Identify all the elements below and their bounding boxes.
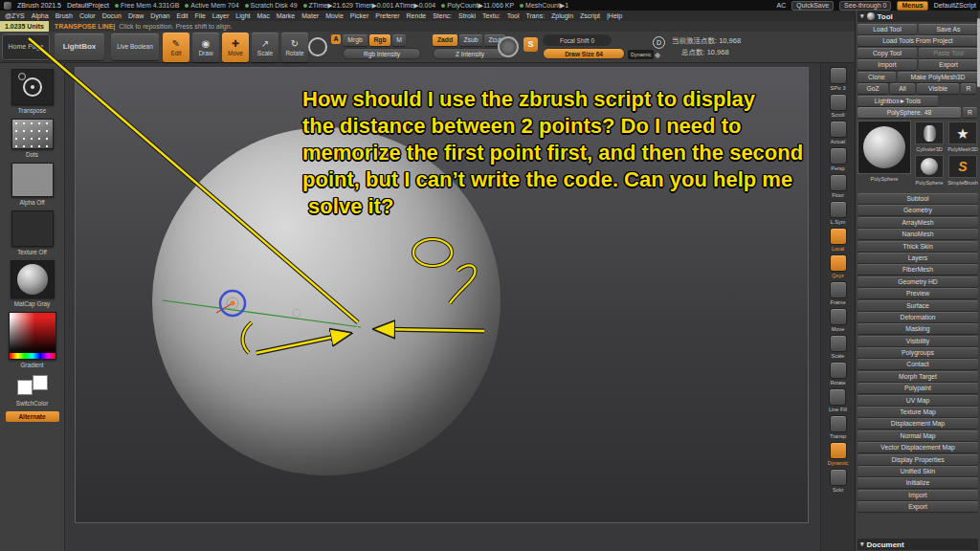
menu-item[interactable]: Trans: <box>526 12 546 19</box>
stroke-dots-thumbnail[interactable] <box>11 119 54 149</box>
goz-button[interactable]: GoZ <box>858 83 888 94</box>
shelf-toggle-icon[interactable] <box>830 469 847 486</box>
goz-visible-button[interactable]: Visible <box>917 83 959 94</box>
subpalette-header[interactable]: Initialize <box>858 477 978 488</box>
lightbox-tools-button[interactable]: Lightbox►Tools <box>858 96 938 106</box>
color-picker[interactable] <box>9 312 56 360</box>
copy-tool-button[interactable]: Copy Tool <box>858 48 917 58</box>
shelf-toggle-icon[interactable] <box>830 147 847 165</box>
menu-item[interactable]: Zplugin <box>551 12 573 19</box>
collapse-chevron-icon[interactable]: ▾ <box>860 540 864 548</box>
menu-item[interactable]: Movie <box>325 12 344 19</box>
hue-strip[interactable] <box>10 353 56 359</box>
menu-item[interactable]: Textu: <box>482 12 501 19</box>
shelf-toggle-icon[interactable] <box>830 308 847 325</box>
subpalette-header[interactable]: Polygroups <box>858 347 978 358</box>
shelf-toggle[interactable]: Frame <box>830 281 847 305</box>
dynamic-subdiv-icon[interactable]: D <box>653 36 665 49</box>
menu-item[interactable]: Brush <box>56 12 73 19</box>
primary-color-swatch[interactable] <box>17 380 33 395</box>
subpalette-header[interactable]: Vector Displacement Map <box>858 442 978 452</box>
shelf-toggle[interactable]: Actual <box>830 121 847 144</box>
shelf-toggle-icon[interactable] <box>830 94 847 111</box>
document-palette-header[interactable]: ▾ Document <box>858 539 978 550</box>
menu-item[interactable]: |Help <box>607 12 622 19</box>
subpalette-header[interactable]: Thick Skin <box>858 241 978 252</box>
menu-item[interactable]: Mater <box>301 12 319 19</box>
transpose-brush-thumbnail[interactable] <box>11 69 54 105</box>
secondary-color-swatch[interactable] <box>33 375 48 390</box>
collapse-chevron-icon[interactable]: ▾ <box>860 12 864 20</box>
menu-item[interactable]: Picker <box>350 12 368 19</box>
shelf-toggle-icon[interactable] <box>830 415 847 432</box>
tool-slot-cylinder3d[interactable] <box>915 121 944 144</box>
zsub-button[interactable]: Zsub <box>459 34 482 46</box>
shelf-toggle-icon[interactable] <box>830 281 847 298</box>
shelf-toggle[interactable]: Local <box>830 228 847 252</box>
menu-item[interactable]: Docun <box>102 12 122 19</box>
subpalette-header[interactable]: Normal Map <box>858 430 978 441</box>
shelf-toggle-icon[interactable] <box>829 388 846 406</box>
shelf-toggle[interactable]: Transp <box>830 415 847 439</box>
shelf-toggle-icon[interactable] <box>830 67 847 84</box>
subpalette-header[interactable]: Morph Target <box>858 371 978 382</box>
sphere-model[interactable] <box>152 127 501 475</box>
load-tool-button[interactable]: Load Tool <box>858 24 917 34</box>
see-through-slider[interactable]: See-through 0 <box>839 1 891 11</box>
lightbox-button[interactable]: LightBox <box>55 33 104 60</box>
subpalette-header[interactable]: Surface <box>858 300 978 311</box>
switch-color-widget[interactable] <box>11 373 54 398</box>
subpalette-header[interactable]: Visibility <box>858 336 978 346</box>
export-button[interactable]: Export <box>919 59 978 70</box>
shelf-toggle[interactable]: Scroll <box>830 94 847 118</box>
shelf-toggle[interactable]: Persp <box>830 147 847 171</box>
paste-tool-button[interactable]: Paste Tool <box>919 48 978 58</box>
menu-item[interactable]: Marke <box>277 12 295 19</box>
menu-item[interactable]: Preferer <box>375 12 399 19</box>
subpalette-header[interactable]: Deformation <box>858 312 978 322</box>
tool-slot-polysphere[interactable] <box>915 155 944 178</box>
mode-button[interactable]: ↻ Rotate <box>281 33 308 62</box>
shelf-toggle-icon[interactable] <box>830 228 847 245</box>
rgb-intensity-slider[interactable]: Rgb Intensity <box>343 48 421 59</box>
mode-button[interactable]: ✎ Edit <box>163 33 189 62</box>
subpalette-header[interactable]: Masking <box>858 323 978 334</box>
rgb-button[interactable]: Rgb <box>369 34 390 46</box>
subpalette-header[interactable]: Layers <box>858 253 978 263</box>
menu-item[interactable]: @ZYS <box>5 12 25 19</box>
m-button[interactable]: M <box>392 34 406 46</box>
stroke-icon[interactable] <box>498 36 519 57</box>
subpalette-header[interactable]: FiberMesh <box>858 264 978 275</box>
zadd-button[interactable]: Zadd <box>433 34 457 46</box>
active-tool-thumbnail[interactable] <box>858 121 911 174</box>
draw-size-slider[interactable]: Draw Size 64 <box>543 48 625 59</box>
subpalette-header[interactable]: Preview <box>858 288 978 298</box>
texture-off-thumbnail[interactable] <box>11 210 54 247</box>
tool-slot-simplebrush[interactable]: S <box>948 155 977 178</box>
shelf-toggle-icon[interactable] <box>830 254 847 272</box>
subpalette-header[interactable]: Texture Map <box>858 407 978 417</box>
shelf-toggle[interactable]: Qxyz <box>830 254 847 278</box>
subpalette-header[interactable]: UV Map <box>858 395 978 406</box>
document-frame[interactable] <box>75 67 809 523</box>
shelf-toggle-icon[interactable] <box>830 442 847 459</box>
shelf-toggle[interactable]: L.Sym <box>830 201 847 225</box>
focal-shift-slider[interactable]: Focal Shift 0 <box>543 34 612 46</box>
shelf-toggle[interactable]: Rotate <box>830 362 847 386</box>
shelf-toggle[interactable]: Line Fill <box>829 388 847 412</box>
clone-button[interactable]: Clone <box>858 72 896 82</box>
subpalette-header[interactable]: ArrayMesh <box>858 217 978 228</box>
menu-item[interactable]: Draw <box>128 12 144 19</box>
load-tools-from-project-button[interactable]: Load Tools From Project <box>858 35 978 46</box>
zscript-label[interactable]: DefaultZScript <box>934 2 976 9</box>
quicksave-button[interactable]: QuickSave <box>791 1 834 11</box>
shelf-toggle[interactable]: SPix 3 <box>830 67 847 91</box>
subpalette-header[interactable]: Geometry <box>858 205 978 215</box>
goz-r-button[interactable]: R <box>961 83 976 94</box>
import-button[interactable]: Import <box>858 59 917 70</box>
shelf-toggle-icon[interactable] <box>830 174 847 191</box>
menu-item[interactable]: Stenc: <box>433 12 452 19</box>
menu-item[interactable]: Edit <box>176 12 188 19</box>
restore-config-button[interactable]: R <box>963 107 977 118</box>
subpalette-header[interactable]: Displacement Map <box>858 418 978 429</box>
